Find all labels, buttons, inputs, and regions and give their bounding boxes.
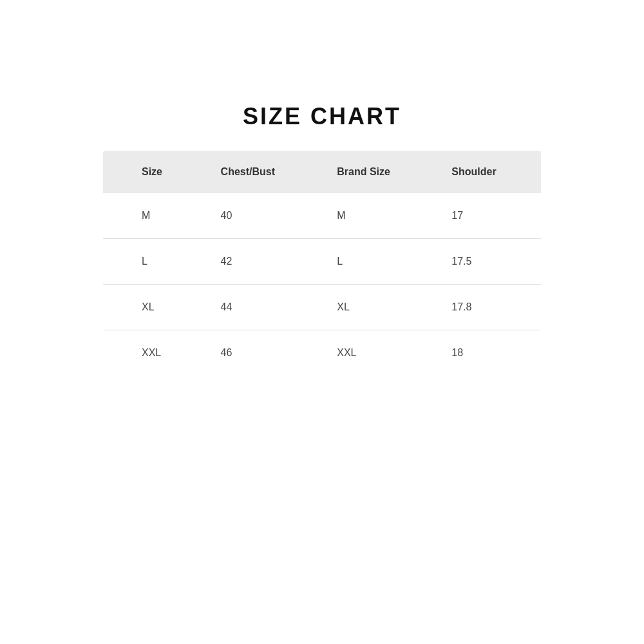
table-row: M40M17 <box>103 193 541 239</box>
table-row: XXL46XXL18 <box>103 330 541 376</box>
col-header-chest-bust: Chest/Bust <box>208 151 325 193</box>
cell-chest-bust: 46 <box>208 330 325 376</box>
size-chart-table: Size Chest/Bust Brand Size Shoulder M40M… <box>103 151 541 375</box>
cell-size: L <box>103 239 208 285</box>
col-header-brand-size: Brand Size <box>324 151 439 193</box>
cell-shoulder: 17.8 <box>439 285 541 330</box>
col-header-size: Size <box>103 151 208 193</box>
cell-size: M <box>103 193 208 239</box>
cell-size: XXL <box>103 330 208 376</box>
cell-brand-size: XXL <box>324 330 439 376</box>
table-row: L42L17.5 <box>103 239 541 285</box>
cell-chest-bust: 42 <box>208 239 325 285</box>
size-chart-table-wrapper: Size Chest/Bust Brand Size Shoulder M40M… <box>103 151 541 375</box>
cell-brand-size: M <box>324 193 439 239</box>
cell-brand-size: XL <box>324 285 439 330</box>
cell-brand-size: L <box>324 239 439 285</box>
col-header-shoulder: Shoulder <box>439 151 541 193</box>
cell-chest-bust: 44 <box>208 285 325 330</box>
cell-size: XL <box>103 285 208 330</box>
cell-shoulder: 18 <box>439 330 541 376</box>
cell-shoulder: 17 <box>439 193 541 239</box>
page-title: SIZE CHART <box>243 103 401 130</box>
table-header-row: Size Chest/Bust Brand Size Shoulder <box>103 151 541 193</box>
page-container: SIZE CHART Size Chest/Bust Brand Size Sh… <box>0 0 644 644</box>
cell-shoulder: 17.5 <box>439 239 541 285</box>
cell-chest-bust: 40 <box>208 193 325 239</box>
table-row: XL44XL17.8 <box>103 285 541 330</box>
